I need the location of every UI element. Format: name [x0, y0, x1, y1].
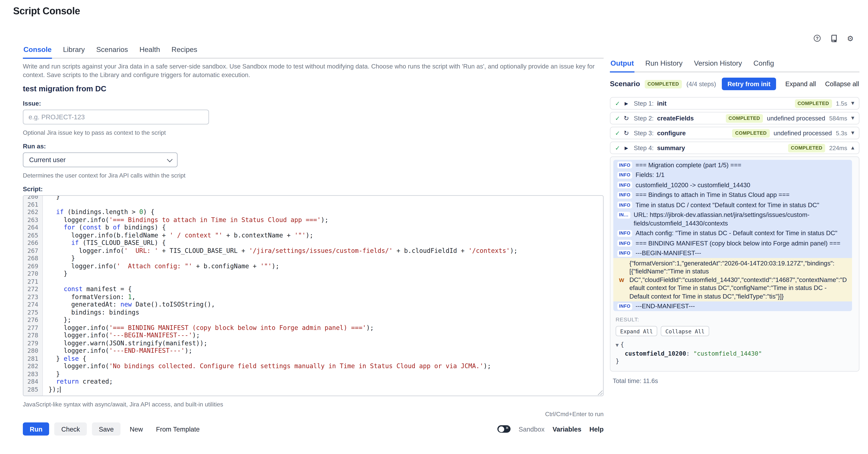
tab-output[interactable]: Output [610, 59, 634, 72]
retry-from-init-button[interactable]: Retry from init [722, 78, 776, 90]
scenario-row: Scenario COMPLETED (4/4 steps) Retry fro… [610, 78, 860, 90]
step-row[interactable]: ✓↻Step 3:configureCOMPLETEDundefined pro… [610, 127, 860, 139]
code-line[interactable]: logger.warn(JSON.stringify(manifest)); [49, 339, 603, 347]
chevron-down-icon [167, 156, 172, 162]
gear-icon[interactable]: ⚙ [846, 34, 854, 42]
code-line[interactable]: logger.info(' Attach config: "' + b.conf… [49, 262, 603, 270]
line-number: 272 [23, 285, 38, 293]
tab-health[interactable]: Health [139, 46, 160, 58]
log-text: Attach config: "Time in status DC - Defa… [636, 229, 837, 237]
log-output: INFO=== Migration complete (part 1/5) ==… [613, 160, 852, 311]
tab-recipes[interactable]: Recipes [171, 46, 198, 58]
code-line[interactable]: logger.info('---BEGIN-MANIFEST---'); [49, 332, 603, 339]
play-icon: ▶ [623, 145, 629, 151]
line-number: 277 [23, 324, 38, 332]
log-level-badge: W [617, 276, 626, 284]
code-line[interactable]: logger.info('No bindings collected. Conf… [49, 362, 603, 370]
tab-scenarios[interactable]: Scenarios [96, 46, 129, 58]
right-tools: ✕ Sandbox Variables Help [497, 425, 603, 433]
code-line[interactable]: } [49, 370, 603, 378]
code-line[interactable]: const manifest = { [49, 285, 603, 293]
run-button[interactable]: Run [23, 422, 49, 435]
log-text: === BINDING MANIFEST (copy block below i… [636, 239, 840, 247]
line-number: 276 [23, 316, 38, 324]
issue-input[interactable] [23, 109, 209, 124]
log-text: ---BEGIN-MANIFEST--- [636, 249, 701, 257]
tab-run-history[interactable]: Run History [645, 59, 683, 71]
code-line[interactable]: } [49, 255, 603, 262]
collapse-all-button[interactable]: Collapse all [825, 80, 859, 87]
help-icon[interactable]: ? [813, 34, 821, 42]
page-title: Script Console [13, 6, 80, 17]
caret-down-icon[interactable]: ▼ [851, 116, 854, 121]
code-line[interactable] [49, 278, 603, 286]
expand-all-button[interactable]: Expand all [785, 80, 816, 87]
check-button[interactable]: Check [55, 422, 87, 435]
json-entry: customfield_10200: "customfield_14430" [616, 350, 854, 358]
code-line[interactable]: logger.info('=== BINDING MANIFEST (copy … [49, 324, 603, 332]
tab-config[interactable]: Config [753, 59, 775, 71]
run-as-select[interactable]: Current user [23, 153, 178, 167]
code-line[interactable]: return created; [49, 378, 603, 386]
step-status-badge: COMPLETED [795, 99, 832, 108]
sandbox-toggle[interactable]: ✕ [497, 425, 510, 433]
code-line[interactable]: if (bindings.length > 0) { [49, 208, 603, 216]
from-template-button[interactable]: From Template [152, 422, 204, 435]
code-line[interactable]: bindings: bindings [49, 309, 603, 317]
code-line[interactable]: }; [49, 316, 603, 324]
code-line[interactable]: } else { [49, 355, 603, 363]
result-collapse-all-button[interactable]: Collapse All [661, 326, 709, 336]
code-line[interactable]: } [49, 270, 603, 278]
script-editor[interactable]: 2602612622632642652662672682692702712722… [23, 195, 603, 396]
step-row[interactable]: ✓↻Step 2:createFieldsCOMPLETEDundefined … [610, 112, 860, 124]
help-button[interactable]: Help [589, 426, 603, 432]
code-line[interactable]: if (TIS_CLOUD_BASE_URL) { [49, 239, 603, 247]
line-number: 280 [23, 347, 38, 355]
code-line[interactable] [49, 201, 603, 208]
code-line[interactable]: } [49, 195, 603, 201]
log-level-badge: INFO [617, 201, 632, 208]
tab-console[interactable]: Console [23, 46, 52, 59]
editor-code[interactable]: } if (bindings.length > 0) { logger.info… [43, 195, 603, 396]
step-row[interactable]: ✓▶Step 4:summaryCOMPLETED224ms▲ [610, 141, 860, 154]
log-text: === Bindings to attach in Time in Status… [636, 191, 789, 199]
code-line[interactable]: formatVersion: 1, [49, 293, 603, 301]
line-number: 260 [23, 195, 38, 201]
log-text: === Migration complete (part 1/5) === [636, 161, 741, 169]
retry-icon: ↻ [623, 115, 629, 122]
tab-version-history[interactable]: Version History [693, 59, 743, 71]
code-line[interactable]: logger.info('---END-MANIFEST---'); [49, 347, 603, 355]
code-line[interactable]: logger.info(' URL: ' + TIS_CLOUD_BASE_UR… [49, 247, 603, 255]
line-number: 274 [23, 301, 38, 309]
line-number: 281 [23, 355, 38, 363]
code-line[interactable]: for (const b of bindings) { [49, 224, 603, 232]
code-line[interactable]: }); [49, 386, 603, 393]
log-level-badge: INFO [617, 182, 632, 188]
variables-button[interactable]: Variables [553, 426, 582, 432]
code-line[interactable]: logger.info('=== Bindings to attach in T… [49, 216, 603, 224]
code-line[interactable]: generatedAt: new Date().toISOString(), [49, 301, 603, 309]
result-expand-all-button[interactable]: Expand All [616, 326, 657, 336]
caret-down-icon[interactable]: ▼ [851, 131, 854, 135]
line-number: 282 [23, 362, 38, 370]
step-row[interactable]: ✓▶Step 1:initCOMPLETED1.5s▼ [610, 97, 860, 109]
play-icon: ▶ [623, 101, 629, 106]
new-button[interactable]: New [126, 422, 147, 435]
log-text: {"formatVersion":1,"generatedAt":"2026-0… [629, 259, 848, 300]
line-number: 268 [23, 255, 38, 262]
line-number: 267 [23, 247, 38, 255]
log-row: INFOcustomfield_10200 -> customfield_144… [613, 180, 852, 190]
log-level-badge: IN… [617, 212, 630, 219]
json-collapse-caret[interactable]: ▼ [616, 343, 619, 348]
code-line[interactable]: logger.info(b.fieldName + ' / context "'… [49, 232, 603, 239]
step-label: Step 2: [634, 115, 654, 122]
caret-down-icon[interactable]: ▼ [851, 101, 854, 106]
book-icon[interactable] [830, 34, 838, 42]
scenario-label: Scenario [610, 80, 640, 88]
save-button[interactable]: Save [92, 422, 121, 435]
editor-gutter: 2602612622632642652662672682692702712722… [23, 195, 43, 396]
tab-library[interactable]: Library [62, 46, 86, 58]
line-number: 283 [23, 370, 38, 378]
log-text: Fields: 1/1 [636, 171, 664, 179]
caret-up-icon[interactable]: ▲ [851, 145, 854, 150]
